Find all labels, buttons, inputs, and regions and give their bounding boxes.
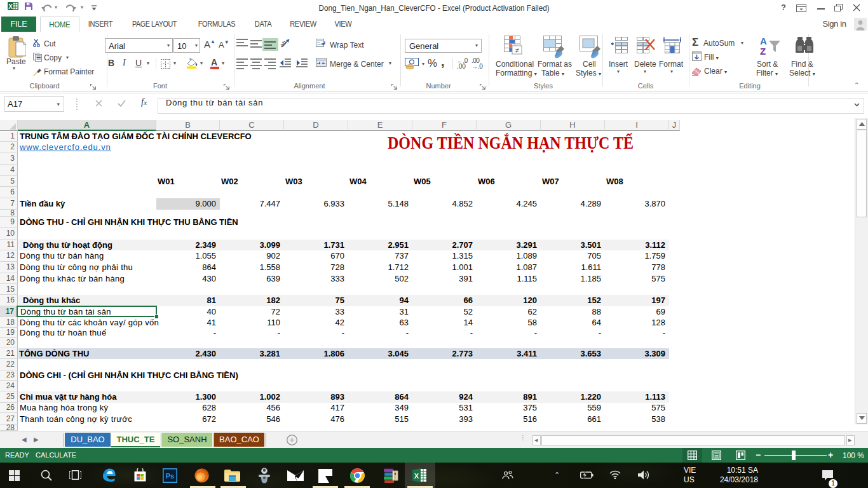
svg-text:Ps: Ps	[166, 472, 174, 480]
svg-text:A: A	[760, 36, 767, 46]
svg-text:X: X	[414, 472, 419, 480]
svg-text:≠: ≠	[515, 46, 519, 54]
svg-text:X: X	[8, 3, 13, 10]
svg-text:ab: ab	[279, 39, 288, 48]
svg-text:Z: Z	[760, 46, 766, 57]
